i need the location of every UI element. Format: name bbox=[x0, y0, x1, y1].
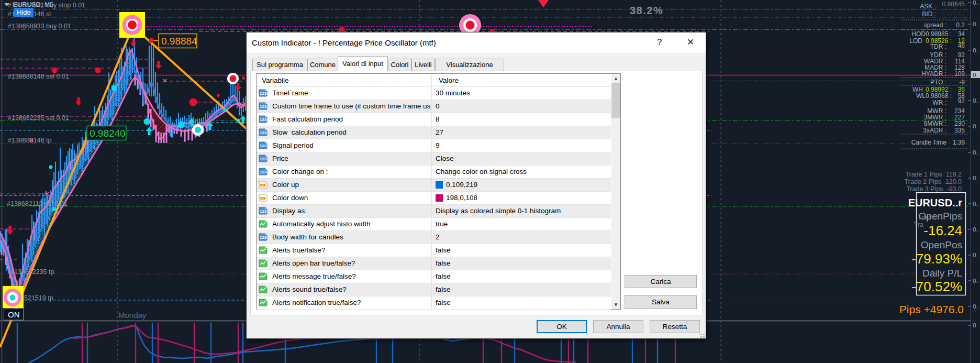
svg-text:BID :: BID : bbox=[922, 10, 936, 18]
svg-text:1:39: 1:39 bbox=[953, 139, 965, 146]
svg-text:109: 109 bbox=[954, 70, 965, 78]
svg-text:#138688146 tp: #138688146 tp bbox=[8, 137, 51, 144]
svg-text:123: 123 bbox=[260, 130, 267, 135]
svg-text:ASK :: ASK : bbox=[920, 3, 936, 10]
svg-text:0.98645: 0.98645 bbox=[942, 1, 965, 8]
svg-text:123: 123 bbox=[260, 91, 267, 96]
svg-text:-70.52%: -70.52% bbox=[911, 279, 962, 294]
svg-text:0.: 0. bbox=[973, 175, 978, 181]
svg-text:0.: 0. bbox=[973, 201, 978, 207]
svg-text:#138658933 buy 0.01: #138658933 buy 0.01 bbox=[8, 23, 71, 30]
svg-text:LOD: LOD bbox=[909, 37, 922, 45]
svg-text:0.: 0. bbox=[973, 72, 978, 78]
svg-text:Hide: Hide bbox=[17, 8, 31, 16]
svg-text:Trade 1 Pips 119.2: Trade 1 Pips 119.2 bbox=[905, 171, 962, 178]
svg-text:123: 123 bbox=[260, 235, 267, 240]
svg-text:Monday: Monday bbox=[118, 311, 147, 320]
svg-text:#138688146 sel 0.01: #138688146 sel 0.01 bbox=[8, 73, 69, 80]
svg-text:Tra: Tra bbox=[914, 221, 923, 228]
svg-text:#138682235 sel 0.01: #138682235 sel 0.01 bbox=[8, 114, 69, 122]
svg-text:0.: 0. bbox=[973, 149, 978, 156]
svg-text:46: 46 bbox=[958, 42, 965, 49]
svg-text:-9: -9 bbox=[959, 79, 965, 86]
svg-text:Trade 2 Pips -120.0: Trade 2 Pips -120.0 bbox=[905, 178, 962, 185]
svg-text:#138682119 sel 0.01: #138682119 sel 0.01 bbox=[7, 200, 68, 207]
svg-text:0.: 0. bbox=[973, 278, 978, 284]
svg-text:0.: 0. bbox=[973, 303, 978, 310]
svg-text:123: 123 bbox=[260, 157, 267, 161]
svg-text:OpenPos: OpenPos bbox=[921, 239, 962, 250]
svg-text:0.: 0. bbox=[973, 226, 978, 233]
svg-text:38.2%: 38.2% bbox=[630, 5, 663, 16]
svg-text:HOD0.98985 :: HOD0.98985 : bbox=[911, 30, 952, 38]
svg-text:EURUSD..r: EURUSD..r bbox=[908, 197, 963, 208]
svg-text:Trade 3 Pips -93.0: Trade 3 Pips -93.0 bbox=[906, 185, 962, 193]
svg-text:0.: 0. bbox=[973, 47, 978, 53]
svg-text:Candle Time: Candle Time bbox=[911, 139, 947, 146]
svg-text:335: 335 bbox=[954, 127, 965, 134]
svg-text:123: 123 bbox=[260, 209, 267, 214]
svg-text:123: 123 bbox=[260, 117, 267, 122]
svg-text:Pips +4976.0: Pips +4976.0 bbox=[899, 303, 964, 315]
svg-text:#138682235 tp: #138682235 tp bbox=[10, 268, 54, 276]
svg-text:34: 34 bbox=[958, 30, 965, 38]
svg-text:0.: 0. bbox=[973, 21, 978, 27]
svg-text:WR :: WR : bbox=[932, 99, 946, 106]
svg-text:0.: 0. bbox=[973, 252, 978, 258]
svg-text:HYADR :: HYADR : bbox=[921, 70, 946, 78]
svg-text:0.2: 0.2 bbox=[956, 21, 965, 29]
svg-text:Daily P/L: Daily P/L bbox=[922, 268, 962, 279]
svg-text:123: 123 bbox=[260, 170, 267, 174]
svg-text:ON: ON bbox=[8, 310, 20, 319]
svg-text:0.98240: 0.98240 bbox=[90, 128, 126, 139]
svg-text:0.: 0. bbox=[973, 0, 978, 6]
svg-text:TDR :: TDR : bbox=[930, 43, 946, 50]
svg-text:0.: 0. bbox=[973, 123, 978, 129]
svg-text:WL0.98068 :: WL0.98068 : bbox=[916, 92, 952, 100]
svg-text:92: 92 bbox=[958, 97, 965, 105]
svg-text:OpenPips: OpenPips bbox=[919, 211, 962, 222]
svg-text:123: 123 bbox=[260, 104, 267, 109]
svg-text:0.: 0. bbox=[973, 97, 978, 104]
svg-text:-16.24: -16.24 bbox=[923, 223, 962, 238]
svg-text:0: 0 bbox=[973, 322, 976, 328]
svg-text:0.98884: 0.98884 bbox=[161, 36, 197, 47]
svg-text:0.98643: 0.98643 bbox=[940, 9, 965, 17]
svg-text:123: 123 bbox=[260, 144, 267, 148]
svg-text:3xADR :: 3xADR : bbox=[923, 127, 946, 134]
svg-text:521519 tp: 521519 tp bbox=[24, 294, 53, 302]
svg-text:PTO :: PTO : bbox=[930, 79, 946, 86]
svg-text:-79.93%: -79.93% bbox=[911, 251, 962, 267]
svg-text:spread :: spread : bbox=[924, 21, 946, 29]
svg-text:EURUSD, M5: EURUSD, M5 bbox=[13, 1, 53, 8]
